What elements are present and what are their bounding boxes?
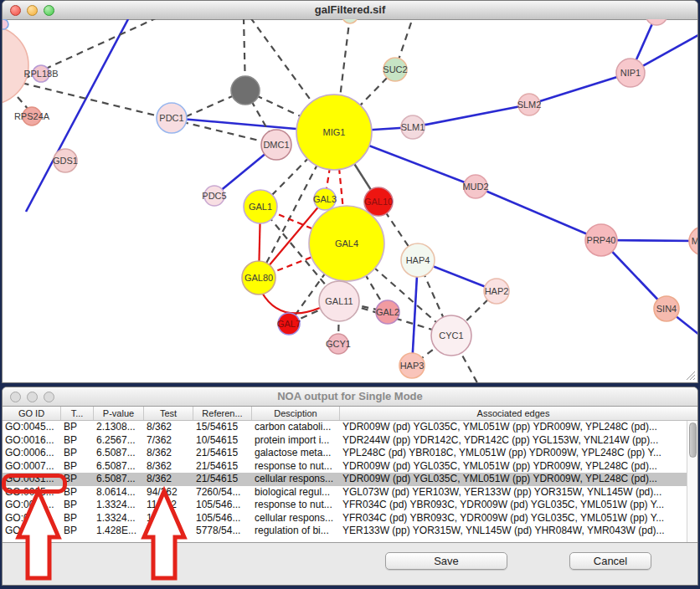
table-cell: BP bbox=[61, 460, 94, 474]
table-cell: biological regul... bbox=[252, 486, 340, 499]
table-row[interactable]: GO:0045...BP2.1308...8/36215/54615carbon… bbox=[3, 421, 687, 434]
network-edge[interactable] bbox=[413, 105, 529, 127]
table-cell: 6.5087... bbox=[94, 447, 144, 460]
network-edge[interactable] bbox=[529, 73, 631, 105]
network-node[interactable] bbox=[3, 26, 28, 105]
node-label: GAL3 bbox=[313, 194, 337, 204]
node-label: GAL11 bbox=[325, 296, 353, 306]
network-node[interactable] bbox=[646, 19, 667, 25]
table-scrollbar[interactable] bbox=[687, 421, 697, 542]
table-row[interactable]: GO:0031...BP1.3324...11/362105/546...res… bbox=[3, 499, 687, 512]
table-cell: BP bbox=[61, 525, 94, 538]
column-header[interactable]: Test bbox=[144, 407, 193, 420]
network-node[interactable] bbox=[231, 76, 260, 105]
zoom-icon[interactable] bbox=[44, 5, 54, 16]
network-window: galFiltered.sif RPL18BRPS24AGDS1PDC1DMC1… bbox=[2, 0, 698, 383]
network-node[interactable] bbox=[3, 19, 8, 29]
cancel-button[interactable]: Cancel bbox=[569, 552, 651, 570]
table-cell: GO:0016... bbox=[3, 434, 61, 448]
window-controls bbox=[10, 392, 54, 402]
table-row[interactable]: GO:0065...BP8.0614...94/3627260/54...bio… bbox=[3, 486, 687, 499]
node-label: GAL4 bbox=[335, 238, 358, 248]
close-icon[interactable] bbox=[10, 392, 21, 402]
table-cell: 2.1308... bbox=[94, 421, 144, 434]
table-row[interactable]: GO:0031...BP6.5087...8/36221/54615cellul… bbox=[3, 473, 687, 486]
table-cell: 1.428E... bbox=[94, 525, 144, 538]
table-cell: 8/362 bbox=[144, 421, 193, 434]
table-row[interactable]: GO:0031...BP1.3324...11/362105/546...cel… bbox=[3, 512, 687, 525]
table-cell: YDR009W (pd) YGL035C, YML051W (pp) YDR00… bbox=[340, 473, 687, 486]
table-row[interactable]: GO:0006...BP6.5087...8/36221/54615galact… bbox=[3, 447, 687, 460]
table-row[interactable]: GO:0016...BP6.2567...7/36210/54615protei… bbox=[3, 434, 687, 448]
table-row[interactable]: GO:0007...BP6.5087...8/36221/54615respon… bbox=[3, 460, 687, 474]
table-cell: GO:0045... bbox=[3, 421, 61, 434]
network-node[interactable] bbox=[342, 19, 358, 23]
table-cell: YDR244W (pp) YDR142C, YDR142C (pp) YGL15… bbox=[340, 434, 687, 448]
table-cell: BP bbox=[61, 486, 94, 499]
node-label: SIN4 bbox=[656, 304, 677, 314]
node-label: HAP3 bbox=[400, 361, 425, 371]
minimize-icon[interactable] bbox=[27, 392, 38, 402]
column-header[interactable]: Associated edges bbox=[340, 407, 687, 420]
resize-grip-icon[interactable] bbox=[685, 370, 696, 381]
table-cell: response to nut... bbox=[252, 499, 340, 512]
close-icon[interactable] bbox=[10, 5, 21, 16]
table-cell: BP bbox=[61, 499, 94, 512]
table-cell: cellular respons... bbox=[252, 512, 340, 525]
table-cell: 105/546... bbox=[193, 512, 252, 525]
node-label: CYC1 bbox=[439, 330, 463, 341]
node-label: MUD2 bbox=[462, 182, 488, 192]
node-label: RPS24A bbox=[14, 111, 50, 121]
column-header[interactable]: Desciption bbox=[252, 407, 340, 420]
network-window-title: galFiltered.sif bbox=[315, 3, 386, 16]
table-cell: 8/362 bbox=[144, 473, 193, 486]
table-cell: YER133W (pp) YOR315W, YNL145W (pd) YHR08… bbox=[340, 525, 687, 538]
table-row[interactable]: GO:0050...BP1.428E...80/3625778/54...reg… bbox=[3, 525, 687, 538]
node-label: GAL80 bbox=[244, 273, 273, 283]
minimize-icon[interactable] bbox=[27, 5, 38, 16]
node-label: PDC1 bbox=[159, 113, 183, 123]
table-cell: YGL073W (pd) YER103W, YER133W (pp) YOR31… bbox=[340, 486, 687, 499]
scrollbar-thumb[interactable] bbox=[689, 423, 697, 458]
table-cell: 15/54615 bbox=[193, 421, 252, 434]
save-button[interactable]: Save bbox=[385, 552, 507, 570]
network-edge[interactable] bbox=[262, 293, 320, 313]
table-cell: 6.5087... bbox=[94, 473, 144, 486]
node-label: PRP40 bbox=[587, 235, 616, 245]
node-label: GAL2 bbox=[376, 307, 399, 317]
table-cell: carbon cataboli... bbox=[252, 421, 340, 434]
column-header[interactable]: T... bbox=[61, 407, 94, 420]
table-cell: YFR034C (pd) YBR093C, YDR009W (pd) YGL03… bbox=[340, 512, 687, 525]
network-edge[interactable] bbox=[18, 97, 28, 110]
table-cell: 6.2567... bbox=[94, 434, 144, 448]
table-cell: GO:0007... bbox=[3, 460, 61, 474]
table-cell: YDR009W (pd) YGL035C, YML051W (pp) YDR00… bbox=[340, 421, 687, 434]
table-cell: GO:0050... bbox=[3, 525, 61, 538]
table-cell: 7260/54... bbox=[193, 486, 252, 499]
table-cell: 21/54615 bbox=[193, 460, 252, 474]
table-cell: 10/54615 bbox=[193, 434, 252, 448]
node-label: NIP1 bbox=[620, 68, 641, 78]
table-body: GO:0045...BP2.1308...8/36215/54615carbon… bbox=[3, 421, 687, 538]
noa-window-titlebar[interactable]: NOA output for Single Mode bbox=[3, 387, 697, 407]
table-cell: GO:0031... bbox=[3, 512, 61, 525]
network-canvas[interactable]: RPL18BRPS24AGDS1PDC1DMC1MIG1SUC2SLM1SLM2… bbox=[3, 19, 697, 383]
column-header[interactable]: GO ID bbox=[3, 407, 61, 420]
network-edge[interactable] bbox=[476, 187, 601, 240]
node-label: GAL7 bbox=[277, 319, 301, 329]
column-header[interactable]: P-value bbox=[94, 407, 144, 420]
network-window-titlebar[interactable]: galFiltered.sif bbox=[3, 1, 697, 20]
table-cell: GO:0031... bbox=[3, 473, 61, 486]
zoom-icon[interactable] bbox=[44, 392, 54, 402]
node-label: RPL18B bbox=[24, 69, 59, 79]
table-header: GO IDT...P-valueTestReferen...Desciption… bbox=[3, 407, 697, 421]
window-controls bbox=[10, 5, 54, 16]
table-cell: BP bbox=[61, 512, 94, 525]
noa-window-title: NOA output for Single Mode bbox=[277, 390, 423, 402]
table-cell: YDR009W (pd) YGL035C, YML051W (pp) YDR00… bbox=[340, 460, 687, 474]
table-cell: BP bbox=[61, 434, 94, 448]
column-header[interactable]: Referen... bbox=[193, 407, 252, 420]
node-label: GAL10 bbox=[364, 197, 393, 207]
table-cell: 8/362 bbox=[144, 447, 193, 460]
table-cell: GO:0006... bbox=[3, 447, 61, 460]
